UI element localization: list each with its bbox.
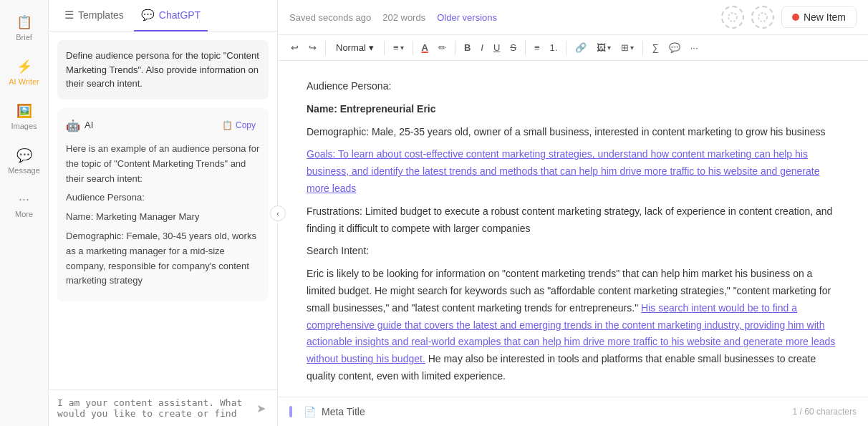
send-button[interactable]: ➤ <box>254 399 269 418</box>
copy-label: Copy <box>236 120 256 130</box>
table-button[interactable]: ⊞ ▾ <box>617 39 638 56</box>
editor-panel: Saved seconds ago 202 words Older versio… <box>278 0 868 426</box>
tab-chatgpt[interactable]: 💬 ChatGPT <box>134 0 208 32</box>
formula-icon: ∑ <box>652 42 658 53</box>
goals-text: Goals: To learn about cost-effective con… <box>307 146 839 197</box>
strikethrough-icon: S <box>510 42 516 53</box>
align-icon: ≡ <box>393 42 399 53</box>
ai-response-content: Here is an example of an audience person… <box>66 142 260 289</box>
copy-button[interactable]: 📋 Copy <box>218 119 260 132</box>
ai-label-text: AI <box>85 118 93 133</box>
user-prompt: Define audience persona for the topic "C… <box>57 40 269 100</box>
toolbar-divider-3 <box>413 41 413 55</box>
image-icon: 🖼 <box>597 42 606 53</box>
meta-file-icon: 📄 <box>304 406 316 417</box>
editor-content[interactable]: Audience Persona: Name: Entrepreneurial … <box>278 61 868 397</box>
toolbar-divider-6 <box>566 41 566 55</box>
sidebar-item-ai-writer-label: AI Writer <box>9 77 39 86</box>
goals-link[interactable]: Goals: To learn about cost-effective con… <box>307 148 820 194</box>
tab-chatgpt-label: ChatGPT <box>159 9 201 21</box>
font-color-icon: A <box>422 42 428 53</box>
formula-button[interactable]: ∑ <box>647 39 662 56</box>
number-list-icon: 1. <box>550 42 558 53</box>
saved-text: Saved seconds ago <box>289 12 371 23</box>
meta-accent-bar <box>289 406 292 417</box>
chat-input[interactable] <box>57 397 248 419</box>
style-select-label: Normal <box>336 42 366 53</box>
ai-persona-name: Name: Marketing Manager Mary <box>66 210 260 225</box>
ai-writer-icon: ⚡ <box>16 59 32 74</box>
topbar-left: Saved seconds ago 202 words Older versio… <box>289 12 497 23</box>
toolbar-divider-2 <box>384 41 385 55</box>
ai-persona-intro: Audience Persona: <box>66 190 260 205</box>
sidebar-item-more-label: More <box>15 210 33 218</box>
bold-button[interactable]: B <box>460 39 475 56</box>
sidebar-item-message[interactable]: 💬 Message <box>4 142 44 180</box>
avatar-placeholder-1 <box>721 6 744 29</box>
editor-topbar: Saved seconds ago 202 words Older versio… <box>278 0 868 35</box>
more-toolbar-button[interactable]: ··· <box>686 39 703 56</box>
demographic-text: Demographic: Male, 25-35 years old, owne… <box>307 124 839 141</box>
sidebar-item-more[interactable]: ··· More <box>4 186 44 224</box>
sidebar-item-message-label: Message <box>8 166 40 175</box>
toolbar-divider-4 <box>455 41 455 55</box>
comment-button[interactable]: 💬 <box>665 39 685 56</box>
align-button[interactable]: ≡ ▾ <box>389 39 408 56</box>
italic-icon: I <box>481 42 483 53</box>
underline-button[interactable]: U <box>489 39 504 56</box>
style-select[interactable]: Normal ▾ <box>330 39 380 56</box>
image-button[interactable]: 🖼 ▾ <box>592 39 615 56</box>
number-list-button[interactable]: 1. <box>546 39 562 56</box>
user-prompt-text: Define audience persona for the topic "C… <box>66 50 259 89</box>
bullet-list-button[interactable]: ≡ <box>530 39 544 56</box>
svg-point-1 <box>758 13 767 21</box>
editor-toolbar: ↩ ↪ Normal ▾ ≡ ▾ A ✏ B I U S <box>278 35 868 61</box>
collapse-panel-button[interactable]: ‹ <box>270 205 286 221</box>
more-toolbar-icon: ··· <box>690 42 698 53</box>
image-chevron: ▾ <box>607 44 611 52</box>
ai-response-header: 🤖 AI 📋 Copy <box>66 117 260 135</box>
sidebar-item-brief[interactable]: 📋 Brief <box>4 9 44 47</box>
ai-response: 🤖 AI 📋 Copy Here is an example of an aud… <box>57 108 269 302</box>
word-count: 202 words <box>382 12 425 23</box>
italic-button[interactable]: I <box>476 39 488 56</box>
undo-button[interactable]: ↩ <box>286 39 303 56</box>
style-chevron-icon: ▾ <box>369 42 374 53</box>
topbar-right: New Item <box>721 6 857 29</box>
new-item-button[interactable]: New Item <box>781 6 857 28</box>
underline-icon: U <box>493 42 500 53</box>
highlight-button[interactable]: ✏ <box>434 39 450 56</box>
ai-response-intro: Here is an example of an audience person… <box>66 142 260 186</box>
search-intent-label: Search Intent: <box>307 243 839 260</box>
chatgpt-tab-icon: 💬 <box>141 9 155 21</box>
meta-char-count: 1 / 60 characters <box>793 407 857 417</box>
svg-point-0 <box>728 13 737 21</box>
avatar-placeholder-2 <box>751 6 774 29</box>
toolbar-divider-1 <box>325 41 326 55</box>
table-icon: ⊞ <box>621 42 629 53</box>
left-panel: ☰ Templates 💬 ChatGPT Define audience pe… <box>49 0 278 426</box>
search-intent-text: Eric is likely to be looking for informa… <box>307 266 839 385</box>
strikethrough-button[interactable]: S <box>506 39 521 56</box>
brief-icon: 📋 <box>16 14 32 30</box>
sidebar-item-images[interactable]: 🖼️ Images <box>4 97 44 136</box>
older-versions-link[interactable]: Older versions <box>437 12 497 23</box>
ai-robot-icon: 🤖 <box>66 117 80 135</box>
bold-icon: B <box>464 42 471 53</box>
more-icon: ··· <box>19 192 29 207</box>
font-color-button[interactable]: A <box>418 39 433 56</box>
sidebar-item-ai-writer[interactable]: ⚡ AI Writer <box>4 53 44 92</box>
bullet-list-icon: ≡ <box>534 42 540 53</box>
ai-persona-demo: Demographic: Female, 30-45 years old, wo… <box>66 229 260 289</box>
sidebar-item-images-label: Images <box>11 122 37 130</box>
ai-label: 🤖 AI <box>66 117 93 135</box>
link-icon: 🔗 <box>575 42 587 53</box>
message-icon: 💬 <box>16 147 32 163</box>
sidebar: 📋 Brief ⚡ AI Writer 🖼️ Images 💬 Message … <box>0 0 49 426</box>
tab-templates[interactable]: ☰ Templates <box>57 0 131 32</box>
comment-icon: 💬 <box>669 42 680 53</box>
chat-panel: Define audience persona for the topic "C… <box>49 32 277 389</box>
highlight-icon: ✏ <box>438 42 446 53</box>
link-button[interactable]: 🔗 <box>571 39 591 56</box>
redo-button[interactable]: ↪ <box>304 39 321 56</box>
